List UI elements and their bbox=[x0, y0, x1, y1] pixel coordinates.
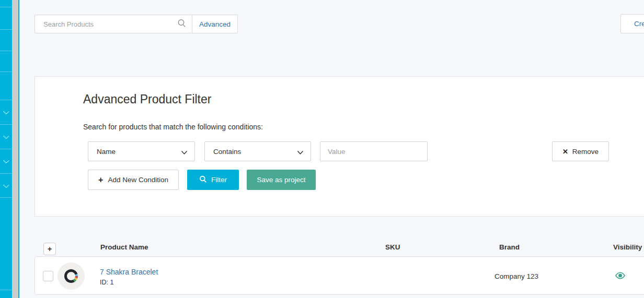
sidebar-item-expandable[interactable] bbox=[0, 124, 12, 149]
search-icon bbox=[199, 175, 207, 185]
product-id-label: ID: 1 bbox=[100, 279, 113, 286]
visibility-eye-icon[interactable] bbox=[615, 271, 626, 282]
sidebar-scrollbar[interactable] bbox=[12, 0, 18, 298]
sidebar-item-expandable[interactable] bbox=[0, 100, 12, 124]
sidebar-item[interactable] bbox=[0, 197, 12, 290]
sidebar-item[interactable] bbox=[0, 7, 12, 29]
plus-icon: + bbox=[98, 176, 103, 184]
add-condition-button[interactable]: + Add New Condition bbox=[88, 170, 179, 190]
create-product-button[interactable]: Cre bbox=[620, 14, 644, 33]
chevron-down-icon bbox=[3, 132, 9, 141]
product-thumbnail[interactable] bbox=[58, 263, 85, 290]
attribute-select[interactable]: Name bbox=[88, 141, 195, 161]
operator-select-value: Contains bbox=[213, 148, 241, 156]
condition-value-input[interactable] bbox=[320, 141, 428, 161]
bracelet-image bbox=[64, 269, 78, 283]
sidebar-item[interactable] bbox=[0, 71, 12, 100]
sidebar-edge-line bbox=[18, 0, 19, 298]
add-column-button[interactable]: + bbox=[43, 243, 56, 255]
chevron-down-icon bbox=[3, 157, 9, 166]
brand-cell: Company 123 bbox=[494, 272, 538, 280]
save-as-project-button[interactable]: Save as project bbox=[247, 170, 316, 190]
search-input[interactable] bbox=[35, 15, 171, 33]
chevron-down-icon bbox=[3, 108, 9, 117]
chevron-down-icon bbox=[3, 181, 9, 190]
remove-condition-button[interactable]: ✕ Remove bbox=[552, 141, 609, 161]
sidebar-item[interactable] bbox=[0, 0, 12, 7]
search-icon bbox=[177, 19, 186, 30]
product-name-link[interactable]: 7 Shakra Bracelet bbox=[100, 268, 158, 276]
column-header-visibility[interactable]: Visibility bbox=[613, 243, 642, 251]
sidebar-item[interactable] bbox=[0, 290, 12, 298]
panel-subtitle: Search for products that match the follo… bbox=[83, 123, 263, 131]
filter-button-label: Filter bbox=[211, 176, 227, 184]
chevron-down-icon bbox=[297, 149, 304, 157]
table-row: 7 Shakra Bracelet ID: 1 Company 123 bbox=[34, 256, 644, 295]
advanced-filter-panel: Advanced Product Filter Search for produ… bbox=[34, 76, 644, 217]
search-button[interactable] bbox=[171, 15, 192, 33]
sidebar-item[interactable] bbox=[0, 51, 12, 71]
operator-select[interactable]: Contains bbox=[204, 141, 311, 161]
remove-button-label: Remove bbox=[572, 148, 599, 156]
close-icon: ✕ bbox=[562, 148, 568, 156]
product-search-bar: Advanced bbox=[34, 15, 238, 33]
panel-title: Advanced Product Filter bbox=[83, 92, 211, 106]
sidebar-item[interactable] bbox=[0, 29, 12, 51]
attribute-select-value: Name bbox=[97, 148, 116, 156]
add-condition-label: Add New Condition bbox=[108, 176, 168, 184]
sidebar-item-expandable[interactable] bbox=[0, 149, 12, 173]
chevron-down-icon bbox=[181, 149, 188, 157]
sidebar-item-expandable[interactable] bbox=[0, 173, 12, 197]
column-header-sku[interactable]: SKU bbox=[385, 243, 400, 251]
advanced-search-link[interactable]: Advanced bbox=[192, 15, 237, 33]
row-checkbox[interactable] bbox=[43, 271, 53, 281]
column-header-brand[interactable]: Brand bbox=[499, 243, 520, 251]
column-header-product-name[interactable]: Product Name bbox=[100, 243, 148, 251]
app-window: Advanced Cre Advanced Product Filter Sea… bbox=[0, 0, 644, 298]
sidebar-nav bbox=[0, 0, 12, 298]
apply-filter-button[interactable]: Filter bbox=[187, 170, 239, 190]
